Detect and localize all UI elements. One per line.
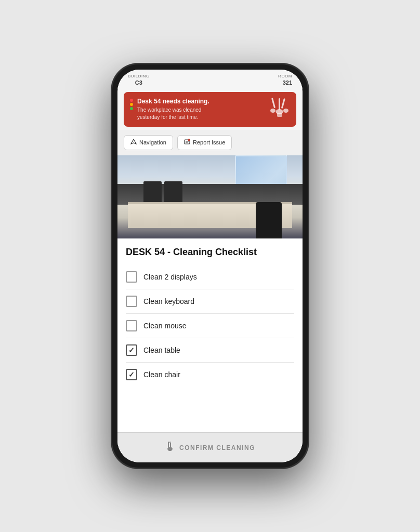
checklist-item-1[interactable]: Clean 2 displays [126,265,294,289]
svg-point-5 [283,109,288,113]
confirm-footer[interactable]: CONFIRM CLEANING [117,432,303,462]
checklist-item-2[interactable]: Clean keyboard [126,289,294,314]
svg-point-3 [270,109,275,113]
svg-rect-17 [168,449,172,451]
alert-banner: Desk 54 needs cleaning. The workplace wa… [124,92,296,127]
svg-rect-6 [277,113,282,117]
checkbox-2[interactable] [126,296,137,307]
checklist-section: DESK 54 - Cleaning Checklist Clean 2 dis… [117,238,303,387]
office-monitor-left [143,181,162,205]
alert-left: Desk 54 needs cleaning. The workplace wa… [130,98,209,121]
svg-text:!: ! [189,139,189,141]
checkmark-5: ✓ [128,370,135,379]
traffic-light-icon [130,99,133,110]
report-label: Report Issue [193,139,225,145]
room-value: 321 [278,79,292,86]
building-label: BUILDING [128,74,150,79]
checkbox-4[interactable]: ✓ [126,344,137,356]
tl-green [130,107,133,110]
tl-red [130,99,133,102]
report-issue-button[interactable]: ! Report Issue [177,135,232,150]
svg-rect-2 [271,98,275,108]
item-label-3: Clean mouse [143,322,187,330]
svg-marker-7 [131,139,136,144]
navigation-button[interactable]: Navigation [124,135,173,150]
svg-rect-0 [279,98,280,110]
confirm-cleaning-icon [165,441,175,454]
checkbox-3[interactable] [126,320,137,331]
phone-screen: BUILDING C3 ROOM 321 Desk 54 needs clean… [117,70,303,462]
nav-buttons-bar: Navigation ! Report Issue [117,130,303,155]
building-value: C3 [128,79,150,86]
building-info: BUILDING C3 [128,74,150,87]
svg-rect-4 [281,98,285,109]
navigation-label: Navigation [139,139,166,145]
checklist-item-4[interactable]: ✓ Clean table [126,338,294,363]
svg-rect-13 [168,442,169,448]
checklist-item-3[interactable]: Clean mouse [126,314,294,338]
confirm-label[interactable]: CONFIRM CLEANING [179,444,255,451]
alert-subtitle: The workplace was cleaned yesterday for … [137,107,209,121]
checklist-title: DESK 54 - Cleaning Checklist [126,247,294,258]
tl-yellow [130,103,133,106]
office-image [117,155,303,238]
item-label-4: Clean table [143,346,180,354]
office-monitor-right [164,181,182,205]
phone-frame: BUILDING C3 ROOM 321 Desk 54 needs clean… [111,63,309,469]
report-icon: ! [184,139,190,147]
item-label-5: Clean chair [143,370,180,379]
alert-text: Desk 54 needs cleaning. The workplace wa… [137,98,209,121]
scroll-content[interactable]: DESK 54 - Cleaning Checklist Clean 2 dis… [117,238,303,462]
alert-title: Desk 54 needs cleaning. [137,98,209,105]
checkbox-5[interactable]: ✓ [126,369,137,380]
checklist-item-5[interactable]: ✓ Clean chair [126,363,294,387]
checkmark-4: ✓ [128,346,135,354]
status-bar: BUILDING C3 ROOM 321 [117,70,303,89]
checkbox-1[interactable] [126,271,137,283]
room-info: ROOM 321 [278,74,292,87]
item-label-2: Clean keyboard [143,297,194,305]
navigation-icon [130,139,137,147]
svg-rect-15 [169,442,171,443]
cleaning-icon [269,97,290,122]
office-chair [256,202,282,238]
room-label: ROOM [278,74,292,79]
item-label-1: Clean 2 displays [143,273,197,281]
